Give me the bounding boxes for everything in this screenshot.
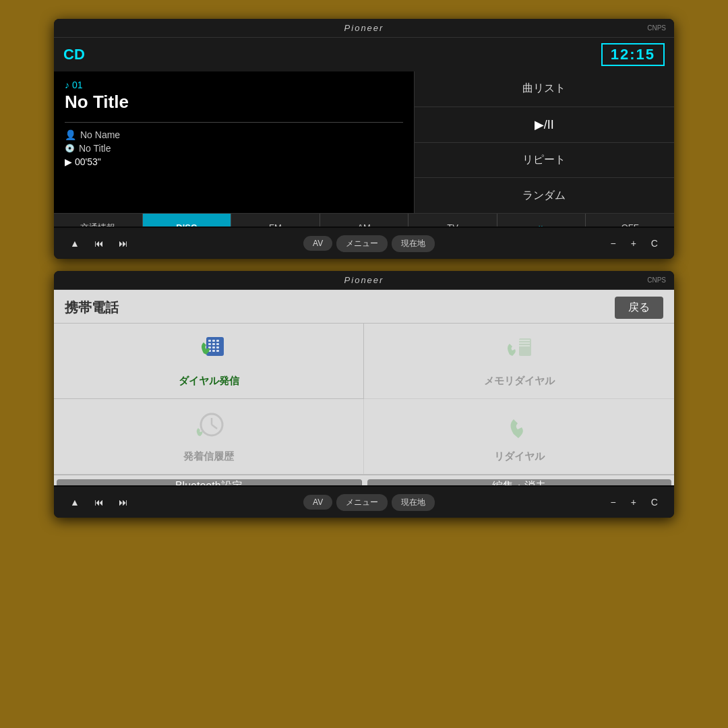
pioneer-logo-2: Pioneer xyxy=(344,275,384,285)
pioneer-logo-1: Pioneer xyxy=(344,23,384,33)
pioneer-bar-1: Pioneer CNPS xyxy=(54,19,674,38)
play-pause-button[interactable]: ▶/II xyxy=(415,107,674,143)
disc-row: 💿 No Title xyxy=(65,143,403,154)
svg-rect-2 xyxy=(212,340,215,342)
redial-cell: リダイヤル xyxy=(364,399,674,475)
pioneer-bar-2: Pioneer CNPS xyxy=(54,271,674,290)
minus-button-2[interactable]: − xyxy=(605,494,621,510)
src-off[interactable]: OFF xyxy=(586,214,674,226)
svg-rect-15 xyxy=(519,342,530,344)
src-traffic[interactable]: 交通情報 xyxy=(54,214,143,226)
src-am[interactable]: AM xyxy=(320,214,409,226)
plus-button[interactable]: + xyxy=(626,235,642,251)
left-buttons-2: ▲ ⏮ ⏭ xyxy=(65,494,133,510)
repeat-button[interactable]: リピート xyxy=(415,143,674,179)
phone-header: 携帯電話 戻る xyxy=(54,290,674,323)
svg-rect-8 xyxy=(212,346,215,348)
track-meta: 👤 No Name 💿 No Title ▶ 00'53" xyxy=(65,129,403,167)
model-label-1: CNPS xyxy=(647,24,666,32)
song-list-button[interactable]: 曲リスト xyxy=(415,71,674,107)
unit2: Pioneer CNPS 携帯電話 戻る xyxy=(54,271,674,518)
screen-header: CD 12:15 xyxy=(54,38,674,71)
button-bar-1: ▲ ⏮ ⏭ AV メニュー 現在地 − + C xyxy=(54,226,674,259)
src-tv[interactable]: TV xyxy=(408,214,497,226)
back-button[interactable]: 戻る xyxy=(615,297,663,319)
history-icon xyxy=(191,410,226,445)
time-elapsed: ▶ 00'53" xyxy=(65,156,101,167)
src-more[interactable]: » xyxy=(497,214,586,226)
location-button[interactable]: 現在地 xyxy=(392,235,435,252)
av-button[interactable]: AV xyxy=(303,236,332,251)
next-track-button[interactable]: ⏭ xyxy=(113,235,133,251)
svg-rect-12 xyxy=(216,350,219,352)
center-buttons-2: AV メニュー 現在地 xyxy=(303,494,435,511)
location-button-2[interactable]: 現在地 xyxy=(392,494,435,511)
right-buttons-2: − + C xyxy=(605,494,663,510)
right-buttons: − + C xyxy=(605,235,663,251)
bluetooth-settings-button[interactable]: Bluetooth設定 xyxy=(57,479,362,485)
prev-track-button[interactable]: ⏮ xyxy=(89,235,109,251)
disc-name: No Title xyxy=(79,143,111,154)
screen-body: ♪ 01 No Title 👤 No Name 💿 No Title ▶ 00'… xyxy=(54,71,674,213)
source-bar: 交通情報 DISC FM AM TV » OFF xyxy=(54,213,674,226)
src-fm[interactable]: FM xyxy=(231,214,320,226)
svg-rect-3 xyxy=(216,340,219,342)
next-track-button-2[interactable]: ⏭ xyxy=(113,494,133,510)
clear-button[interactable]: C xyxy=(646,235,663,251)
redial-label: リダイヤル xyxy=(494,450,545,463)
memory-icon xyxy=(502,334,537,369)
memory-cell: メモリダイヤル xyxy=(364,324,674,399)
dial-icon xyxy=(191,334,226,369)
src-disc[interactable]: DISC xyxy=(143,214,232,226)
svg-rect-6 xyxy=(216,343,219,345)
eject-button-2[interactable]: ▲ xyxy=(65,494,85,510)
phone-screen: 携帯電話 戻る xyxy=(54,290,674,485)
artist-name: No Name xyxy=(80,129,120,140)
svg-rect-4 xyxy=(208,343,211,345)
svg-rect-16 xyxy=(519,345,530,346)
track-panel: ♪ 01 No Title 👤 No Name 💿 No Title ▶ 00'… xyxy=(54,71,414,213)
phone-screen-content: 携帯電話 戻る xyxy=(54,290,674,485)
track-divider xyxy=(65,122,403,123)
time-row: ▶ 00'53" xyxy=(65,156,403,167)
history-cell: 発着信履歴 xyxy=(54,399,364,475)
track-number: ♪ 01 xyxy=(65,80,403,90)
artist-icon: 👤 xyxy=(65,129,76,140)
phone-screen-title: 携帯電話 xyxy=(65,299,119,317)
svg-rect-11 xyxy=(212,350,215,352)
disc-icon: 💿 xyxy=(65,144,75,153)
menu-button-2[interactable]: メニュー xyxy=(336,494,388,511)
artist-row: 👤 No Name xyxy=(65,129,403,140)
clock-display: 12:15 xyxy=(601,43,665,66)
phone-grid: ダイヤル発信 メモ xyxy=(54,323,674,475)
clear-button-2[interactable]: C xyxy=(646,494,663,510)
model-label-2: CNPS xyxy=(647,276,666,284)
svg-rect-5 xyxy=(212,343,215,345)
eject-button[interactable]: ▲ xyxy=(65,235,85,251)
svg-rect-9 xyxy=(216,346,219,348)
control-panel: 曲リスト ▶/II リピート ランダム xyxy=(414,71,674,213)
svg-line-19 xyxy=(212,425,217,429)
source-label: CD xyxy=(63,46,85,63)
edit-delete-button[interactable]: 編集・消去 xyxy=(367,479,672,485)
random-button[interactable]: ランダム xyxy=(415,178,674,213)
svg-rect-1 xyxy=(208,340,211,342)
menu-button[interactable]: メニュー xyxy=(336,235,388,252)
minus-button[interactable]: − xyxy=(605,235,621,251)
redial-icon xyxy=(502,410,537,445)
left-buttons: ▲ ⏮ ⏭ xyxy=(65,235,133,251)
cd-screen: CD 12:15 ♪ 01 No Title 👤 No Name 💿 No Ti… xyxy=(54,38,674,226)
prev-track-button-2[interactable]: ⏮ xyxy=(89,494,109,510)
plus-button-2[interactable]: + xyxy=(626,494,642,510)
svg-rect-14 xyxy=(519,340,530,341)
center-buttons: AV メニュー 現在地 xyxy=(303,235,435,252)
history-label: 発着信履歴 xyxy=(183,450,234,463)
av-button-2[interactable]: AV xyxy=(303,495,332,510)
dial-cell[interactable]: ダイヤル発信 xyxy=(54,324,364,399)
phone-footer: Bluetooth設定 編集・消去 xyxy=(54,475,674,485)
dial-label: ダイヤル発信 xyxy=(179,375,239,388)
unit1: Pioneer CNPS CD 12:15 ♪ 01 No Title 👤 No… xyxy=(54,19,674,259)
button-bar-2: ▲ ⏮ ⏭ AV メニュー 現在地 − + C xyxy=(54,485,674,518)
memory-label: メモリダイヤル xyxy=(484,375,555,388)
track-title: No Title xyxy=(65,92,403,113)
